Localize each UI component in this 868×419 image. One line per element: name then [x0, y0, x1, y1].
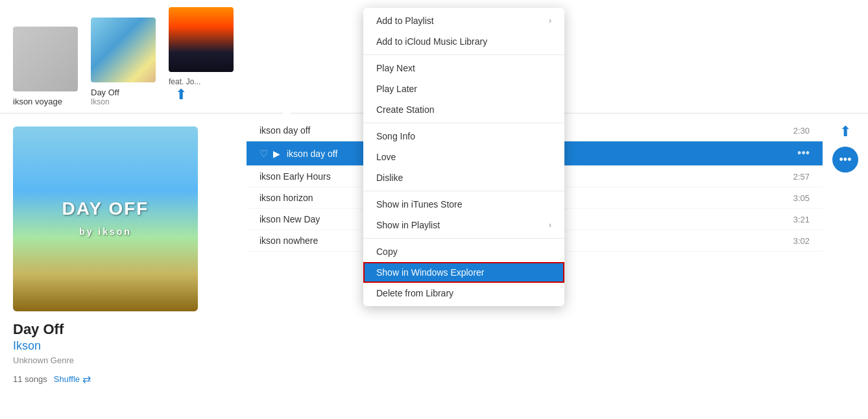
cityscape-label: feat. Jo...: [169, 77, 200, 86]
menu-item-add-to-icloud[interactable]: Add to iCloud Music Library: [363, 31, 564, 52]
album-thumb-dayoff-top: [91, 18, 156, 82]
album-cover-large: DAY OFFby ikson: [13, 126, 198, 311]
menu-item-song-info[interactable]: Song Info: [363, 126, 564, 147]
menu-item-play-next[interactable]: Play Next: [363, 58, 564, 78]
album-genre: Unknown Genre: [13, 355, 234, 365]
play-icon-active[interactable]: ▶: [273, 149, 280, 159]
shuffle-button[interactable]: Shuffle ⇄: [54, 373, 91, 385]
shuffle-label: Shuffle: [54, 374, 80, 384]
context-menu-section-1: Add to Playlist › Add to iCloud Music Li…: [363, 8, 564, 55]
menu-item-delete-from-library[interactable]: Delete from Library: [363, 283, 564, 304]
chevron-icon: ›: [549, 16, 551, 25]
menu-item-play-later-label: Play Later: [376, 84, 417, 94]
menu-item-show-in-itunes[interactable]: Show in iTunes Store: [363, 194, 564, 215]
album-card-voyage[interactable]: ikson voyage: [13, 27, 78, 106]
menu-item-add-to-playlist[interactable]: Add to Playlist ›: [363, 10, 564, 31]
menu-pointer: [279, 109, 295, 118]
song-duration-4: 3:05: [793, 193, 810, 203]
menu-item-song-info-label: Song Info: [376, 131, 415, 141]
menu-item-copy-label: Copy: [376, 246, 398, 257]
menu-item-show-in-explorer-label: Show in Windows Explorer: [376, 267, 485, 278]
dayoff-top-title: Day Off: [91, 88, 119, 97]
menu-item-delete-label: Delete from Library: [376, 288, 453, 298]
menu-item-show-in-explorer[interactable]: Show in Windows Explorer: [363, 262, 564, 283]
dayoff-top-artist: Ikson: [91, 97, 110, 106]
menu-item-play-later[interactable]: Play Later: [363, 78, 564, 99]
voyage-title: ikson voyage: [13, 97, 62, 106]
menu-item-love[interactable]: Love: [363, 147, 564, 167]
album-meta-row: 11 songs Shuffle ⇄: [13, 373, 234, 385]
menu-item-show-in-playlist[interactable]: Show in Playlist ›: [363, 215, 564, 235]
context-menu: Add to Playlist › Add to iCloud Music Li…: [363, 8, 564, 306]
more-options-button[interactable]: •••: [832, 147, 858, 173]
menu-item-show-in-playlist-label: Show in Playlist: [376, 220, 440, 230]
album-thumb-cityscape: [169, 7, 234, 72]
menu-item-love-label: Love: [376, 152, 396, 162]
context-menu-section-5: Copy Show in Windows Explorer Delete fro…: [363, 239, 564, 306]
right-icons-panel: ⬆ •••: [823, 114, 868, 419]
download-icon-side[interactable]: ⬆: [839, 123, 851, 140]
menu-item-dislike-label: Dislike: [376, 173, 403, 183]
album-artist-large[interactable]: Ikson: [13, 339, 234, 353]
album-info: Day Off Ikson Unknown Genre 11 songs Shu…: [13, 321, 234, 390]
heart-icon-active[interactable]: ♡: [259, 148, 268, 160]
menu-item-copy[interactable]: Copy: [363, 241, 564, 262]
download-icon-top[interactable]: ⬆: [175, 86, 187, 103]
menu-item-dislike[interactable]: Dislike: [363, 167, 564, 188]
menu-item-play-next-label: Play Next: [376, 63, 415, 73]
menu-item-add-to-icloud-label: Add to iCloud Music Library: [376, 36, 487, 47]
context-menu-section-3: Song Info Love Dislike: [363, 123, 564, 191]
menu-item-add-to-playlist-label: Add to Playlist: [376, 16, 434, 26]
menu-item-create-station-label: Create Station: [376, 104, 435, 115]
shuffle-icon: ⇄: [82, 373, 91, 385]
chevron-icon-2: ›: [549, 221, 551, 230]
album-thumb-voyage: [13, 27, 78, 91]
songs-count: 11 songs: [13, 374, 47, 384]
song-duration-3: 2:57: [793, 172, 810, 182]
more-options-icon[interactable]: •••: [797, 147, 810, 160]
song-duration-1: 2:30: [793, 126, 810, 136]
ellipsis-icon: •••: [839, 153, 852, 167]
album-detail-panel: DAY OFFby ikson Day Off Ikson Unknown Ge…: [0, 114, 247, 419]
menu-item-show-in-itunes-label: Show in iTunes Store: [376, 199, 463, 210]
context-menu-section-2: Play Next Play Later Create Station: [363, 55, 564, 123]
context-menu-section-4: Show in iTunes Store Show in Playlist ›: [363, 191, 564, 239]
album-card-cityscape[interactable]: feat. Jo... ⬆: [169, 7, 234, 106]
menu-item-create-station[interactable]: Create Station: [363, 99, 564, 120]
album-name-large: Day Off: [13, 321, 234, 338]
album-cover-text: DAY OFFby ikson: [62, 199, 149, 239]
album-card-dayoff-top[interactable]: Day Off Ikson: [91, 18, 156, 106]
song-duration-6: 3:02: [793, 236, 810, 246]
song-duration-5: 3:21: [793, 215, 810, 224]
